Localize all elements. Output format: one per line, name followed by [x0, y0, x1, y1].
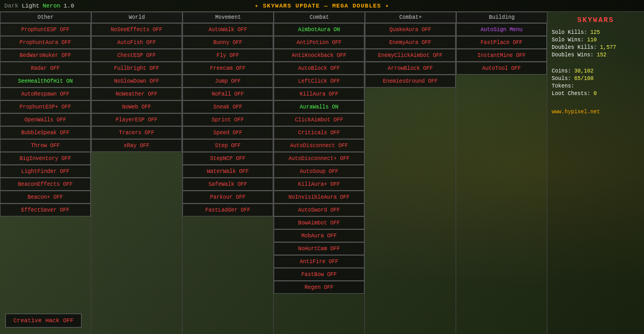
btn-col-world-5[interactable]: NoWeather OFF	[91, 88, 182, 100]
btn-col-combatplus-0[interactable]: QuakeAura OFF	[365, 23, 456, 36]
btn-col-other-1[interactable]: ProphuntAura OFF	[0, 36, 91, 49]
columns-wrapper: ProphuntESP OFFProphuntAura OFFBedWarsNu…	[0, 23, 547, 334]
btn-col-other-2[interactable]: BedWarsNuker OFF	[0, 49, 91, 62]
btn-col-other-10[interactable]: BigInventory OFF	[0, 152, 91, 165]
resource-line-2: Tokens:	[552, 83, 640, 89]
btn-col-combat-12[interactable]: KillAura+ OFF	[274, 178, 364, 191]
sidebar-resources: Coins: 30,102Souls: 65/100Tokens: Loot C…	[552, 68, 640, 98]
btn-col-movement-5[interactable]: NoFall OFF	[182, 88, 273, 100]
btn-col-combat-14[interactable]: AutoSword OFF	[274, 204, 364, 216]
btn-col-movement-11[interactable]: WaterWalk OFF	[182, 165, 273, 178]
btn-col-combat-9[interactable]: AutoDisconnect OFF	[274, 139, 364, 152]
btn-col-world-7[interactable]: PlayerESP OFF	[91, 113, 182, 126]
btn-col-building-1[interactable]: FastPlace OFF	[456, 36, 547, 49]
btn-col-movement-13[interactable]: Parkour OFF	[182, 191, 273, 204]
btn-col-building-0[interactable]: AutoSign Menu	[456, 23, 547, 36]
resource-line-1: Souls: 65/100	[552, 76, 640, 82]
top-bar-left: Dark Light Neron 1.0	[4, 3, 74, 9]
btn-col-combat-17[interactable]: NoHurtCam OFF	[274, 242, 364, 255]
btn-col-world-4[interactable]: NoSlowDown OFF	[91, 75, 182, 88]
btn-col-world-0[interactable]: NoSeeEffects OFF	[91, 23, 182, 36]
resource-line-3: Loot Chests: 0	[552, 91, 640, 97]
btn-col-other-7[interactable]: OpenWalls OFF	[0, 113, 91, 126]
btn-col-combat-18[interactable]: AntiFire OFF	[274, 255, 364, 268]
btn-col-movement-7[interactable]: Sprint OFF	[182, 113, 273, 126]
server-title: ✦ SKYWARS UPDATE — MEGA DOUBLES ✦	[255, 2, 390, 9]
btn-col-combat-8[interactable]: Criticals OFF	[274, 126, 364, 139]
sidebar-title: SKYWARS	[552, 16, 640, 24]
btn-col-combat-1[interactable]: AntiPotion OFF	[274, 36, 364, 49]
btn-col-world-2[interactable]: ChestESP OFF	[91, 49, 182, 62]
col-combat: AimbotAura ONAntiPotion OFFAntiKnockback…	[274, 23, 365, 334]
resource-line-0: Coins: 30,102	[552, 68, 640, 74]
btn-col-combat-7[interactable]: ClickAimbot OFF	[274, 113, 364, 126]
btn-col-combat-10[interactable]: AutoDisconnect+ OFF	[274, 152, 364, 165]
btn-col-movement-2[interactable]: Fly OFF	[182, 49, 273, 62]
btn-col-other-13[interactable]: Beacon+ OFF	[0, 191, 91, 204]
btn-col-combat-6[interactable]: AuraWalls ON	[274, 100, 364, 113]
btn-col-combat-13[interactable]: NoInvisibleAura OFF	[274, 191, 364, 204]
creative-hack-button[interactable]: Creative Hack OFF	[5, 314, 82, 328]
btn-col-other-8[interactable]: BubbleSpeak OFF	[0, 126, 91, 139]
btn-col-world-3[interactable]: Fullbright OFF	[91, 62, 182, 75]
btn-col-movement-9[interactable]: Step OFF	[182, 139, 273, 152]
btn-col-other-4[interactable]: SeeHealthOfHit ON	[0, 75, 91, 88]
btn-col-combatplus-3[interactable]: ArrowBlock OFF	[365, 62, 456, 75]
header-movement: Movement	[182, 12, 274, 23]
btn-col-combatplus-4[interactable]: EnemiesGround OFF	[365, 75, 456, 88]
btn-col-combatplus-1[interactable]: EnemyAura OFF	[365, 36, 456, 49]
btn-col-combat-2[interactable]: AntiKnockback OFF	[274, 49, 364, 62]
btn-col-other-9[interactable]: Throw OFF	[0, 139, 91, 152]
btn-col-movement-0[interactable]: AutoWalk OFF	[182, 23, 273, 36]
theme-dark[interactable]: Dark	[4, 3, 18, 9]
header-other: Other	[0, 12, 91, 23]
btn-col-world-8[interactable]: Tracers OFF	[91, 126, 182, 139]
btn-col-combat-4[interactable]: LeftClick OFF	[274, 75, 364, 88]
btn-col-building-2[interactable]: InstantMine OFF	[456, 49, 547, 62]
col-other: ProphuntESP OFFProphuntAura OFFBedWarsNu…	[0, 23, 91, 334]
btn-col-combat-16[interactable]: MobAura OFF	[274, 229, 364, 242]
col-combatplus: QuakeAura OFFEnemyAura OFFEnemyClickAimb…	[365, 23, 456, 334]
btn-col-movement-10[interactable]: StepNCP OFF	[182, 152, 273, 165]
main-panel: Other World Movement Combat Combat+ Buil…	[0, 12, 547, 334]
version: 1.0	[63, 3, 74, 9]
header-combatplus: Combat+	[365, 12, 456, 23]
btn-col-world-1[interactable]: AutoFish OFF	[91, 36, 182, 49]
btn-col-building-3[interactable]: AutoTool OFF	[456, 62, 547, 75]
btn-col-combat-3[interactable]: AutoBlock OFF	[274, 62, 364, 75]
btn-col-world-9[interactable]: xRay OFF	[91, 139, 182, 152]
bottom-bar: Creative Hack OFF	[0, 307, 547, 334]
btn-col-other-3[interactable]: Radar OFF	[0, 62, 91, 75]
btn-col-other-0[interactable]: ProphuntESP OFF	[0, 23, 91, 36]
btn-col-combat-19[interactable]: FastBow OFF	[274, 268, 364, 281]
btn-col-movement-4[interactable]: Jump OFF	[182, 75, 273, 88]
btn-col-combat-5[interactable]: KillAura OFF	[274, 88, 364, 100]
btn-col-combat-15[interactable]: BowAimbot OFF	[274, 216, 364, 229]
header-world: World	[91, 12, 182, 23]
btn-col-other-14[interactable]: EffectSaver OFF	[0, 204, 91, 216]
header-combat: Combat	[274, 12, 365, 23]
col-movement: AutoWalk OFFBunny OFFFly OFFFreecam OFFJ…	[182, 23, 274, 334]
column-headers: Other World Movement Combat Combat+ Buil…	[0, 12, 547, 23]
btn-col-movement-1[interactable]: Bunny OFF	[182, 36, 273, 49]
top-bar: Dark Light Neron 1.0 ✦ SKYWARS UPDATE — …	[0, 0, 644, 12]
btn-col-movement-14[interactable]: FastLadder OFF	[182, 204, 273, 216]
btn-col-world-6[interactable]: NoWeb OFF	[91, 100, 182, 113]
theme-light[interactable]: Light	[21, 3, 39, 9]
btn-col-movement-3[interactable]: Freecam OFF	[182, 62, 273, 75]
col-world: NoSeeEffects OFFAutoFish OFFChestESP OFF…	[91, 23, 182, 334]
btn-col-other-6[interactable]: ProphuntESP+ OFF	[0, 100, 91, 113]
btn-col-combat-20[interactable]: Regen OFF	[274, 281, 364, 294]
btn-col-combat-0[interactable]: AimbotAura ON	[274, 23, 364, 36]
btn-col-movement-6[interactable]: Sneak OFF	[182, 100, 273, 113]
btn-col-other-12[interactable]: BeaconEffects OFF	[0, 178, 91, 191]
btn-col-other-5[interactable]: AutoRespawn OFF	[0, 88, 91, 100]
sidebar-stats: Solo Kills: 125Solo Wins: 110Doubles Kil…	[552, 30, 640, 60]
btn-col-other-11[interactable]: LightFinder OFF	[0, 165, 91, 178]
btn-col-combatplus-2[interactable]: EnemyClickAimbot OFF	[365, 49, 456, 62]
btn-col-movement-12[interactable]: SafeWalk OFF	[182, 178, 273, 191]
btn-col-movement-8[interactable]: Speed OFF	[182, 126, 273, 139]
btn-col-combat-11[interactable]: AutoSoup OFF	[274, 165, 364, 178]
theme-neon[interactable]: Neron	[42, 3, 60, 9]
right-sidebar: SKYWARS Solo Kills: 125Solo Wins: 110Dou…	[547, 12, 644, 334]
